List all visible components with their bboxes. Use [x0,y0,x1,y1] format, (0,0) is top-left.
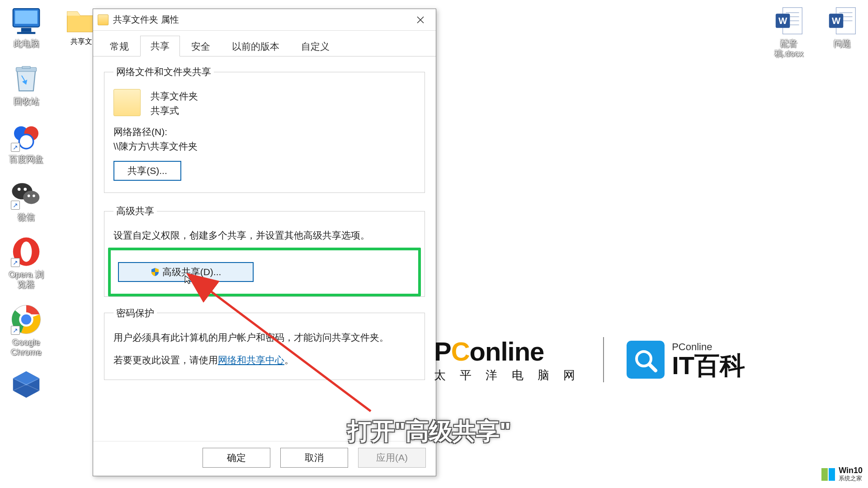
desktop-label-word-doc-2: 问题 [834,39,851,49]
pconline-subtitle: 太 平 洋 电 脑 网 [434,367,580,383]
itbk-text: IT百科 [672,353,745,378]
brand-separator [603,337,604,382]
win10-subtext: 系统之家 [839,474,863,483]
desktop-label-this-pc: 此电脑 [14,39,39,49]
shortcut-arrow-icon: ↗ [11,201,20,210]
dialog-titlebar[interactable]: 共享文件夹 属性 [93,9,436,31]
desktop-icon-baidu-netdisk[interactable]: ↗ 百度网盘 [6,120,47,164]
tab-sharing-label: 共享 [151,41,170,51]
desktop-label-baidu-netdisk: 百度网盘 [9,155,43,164]
section-password-legend: 密码保护 [113,307,157,319]
svg-line-40 [649,364,656,371]
desktop-icon-opera[interactable]: ↗ Opera 浏览器 [6,235,47,290]
folder-thumb-icon [113,89,141,116]
tab-sharing[interactable]: 共享 [140,36,180,56]
folder-shared-status: 共享式 [151,103,198,118]
desktop-icons-right: W 配音稿.docx W 问题 [769,5,863,59]
desktop-label-recycle-bin: 回收站 [14,97,39,107]
desktop-label-wechat: 微信 [18,212,35,222]
advanced-sharing-button-label: 高级共享(D)... [162,266,222,278]
app-icon [10,368,42,401]
ok-button-label: 确定 [227,451,246,464]
win10-logo-icon [821,468,835,481]
svg-point-10 [18,188,21,191]
properties-dialog: 共享文件夹 属性 常规 共享 安全 以前的版本 自定义 网络文件和文件夹共享 共… [93,9,436,476]
tab-customize-label: 自定义 [301,41,330,52]
network-path-label: 网络路径(N): [113,126,415,138]
svg-point-13 [33,194,35,197]
uac-shield-icon [151,267,160,277]
dialog-content: 网络文件和文件夹共享 共享文件夹 共享式 网络路径(N): \\陳方方\共享文件… [93,56,436,441]
svg-rect-3 [17,32,36,34]
section-network-sharing: 网络文件和文件夹共享 共享文件夹 共享式 网络路径(N): \\陳方方\共享文件… [104,66,425,193]
desktop-icons-left: 此电脑 回收站 ↗ 百度网盘 ↗ 微信 ↗ Opera 浏览器 ↗ Google [4,5,49,403]
section-advanced-legend: 高级共享 [113,205,157,217]
this-pc-icon [10,5,42,37]
tab-security[interactable]: 安全 [181,36,221,56]
svg-point-17 [20,314,33,326]
section-password-protection: 密码保护 用户必须具有此计算机的用户帐户和密码，才能访问共享文件夹。 若要更改此… [104,307,425,380]
apply-button-label: 应用(A) [376,451,408,464]
desktop-icon-unknown-blue[interactable] [6,368,47,403]
svg-text:W: W [778,16,788,26]
svg-point-11 [24,188,27,191]
section-network-legend: 网络文件和文件夹共享 [113,66,214,78]
win10-text: Win10 [839,466,863,474]
advanced-desc: 设置自定义权限，创建多个共享，并设置其他高级共享选项。 [113,228,415,243]
word-doc-icon: W [826,5,859,37]
desktop-label-chrome: Google Chrome [6,338,47,357]
itbk-small-text: PConline [672,341,745,353]
highlight-box: 高级共享(D)... [108,248,421,296]
itbk-logo-icon [627,341,665,379]
desktop-icon-this-pc[interactable]: 此电脑 [6,5,47,49]
desktop-icon-wechat[interactable]: ↗ 微信 [6,178,47,222]
shortcut-arrow-icon: ↗ [11,258,20,267]
desktop-icon-recycle-bin[interactable]: 回收站 [6,62,47,107]
password-line2-suffix: 。 [284,355,294,365]
password-line2: 若要更改此设置，请使用网络和共享中心。 [113,353,415,368]
folder-name: 共享文件夹 [151,89,198,103]
tab-general-label: 常规 [110,41,129,52]
desktop-icon-chrome[interactable]: ↗ Google Chrome [6,303,47,357]
password-line2-prefix: 若要更改此设置，请使用 [113,355,218,365]
desktop-icon-word-doc-1[interactable]: W 配音稿.docx [769,5,809,59]
svg-point-7 [19,134,33,149]
desktop-label-opera: Opera 浏览器 [6,270,47,290]
svg-point-9 [23,191,39,204]
shortcut-arrow-icon: ↗ [11,143,20,152]
share-button[interactable]: 共享(S)... [113,161,181,181]
section-advanced-sharing: 高级共享 设置自定义权限，创建多个共享，并设置其他高级共享选项。 高级共享(D)… [104,205,425,297]
desktop-label-word-doc-1: 配音稿.docx [769,39,809,59]
svg-rect-2 [21,28,32,32]
tab-previous-versions[interactable]: 以前的版本 [222,36,290,56]
tab-security-label: 安全 [191,41,210,52]
svg-point-15 [21,242,32,262]
svg-point-39 [637,352,651,366]
network-path-value: \\陳方方\共享文件夹 [113,140,415,153]
dialog-footer: 确定 取消 应用(A) [93,441,436,476]
close-button[interactable] [410,11,431,29]
close-icon [416,16,425,24]
dialog-tabs: 常规 共享 安全 以前的版本 自定义 [93,31,436,56]
word-doc-icon: W [773,5,805,37]
advanced-sharing-button[interactable]: 高级共享(D)... [118,262,254,282]
desktop-icon-word-doc-2[interactable]: W 问题 [822,5,863,59]
recycle-bin-icon [10,62,42,95]
cancel-button-label: 取消 [305,451,324,464]
tab-general[interactable]: 常规 [99,36,139,56]
cancel-button[interactable]: 取消 [280,448,348,468]
win10-watermark: Win10 系统之家 [821,466,863,483]
desktop-label-shared-folder: 共享文 [71,37,92,47]
apply-button[interactable]: 应用(A) [358,448,426,468]
dialog-title: 共享文件夹 属性 [113,14,410,26]
svg-rect-1 [15,11,38,24]
shortcut-arrow-icon: ↗ [11,326,20,335]
ok-button[interactable]: 确定 [203,448,270,468]
tab-previous-versions-label: 以前的版本 [232,41,279,52]
network-sharing-center-link[interactable]: 网络和共享中心 [218,355,284,365]
folder-icon [98,14,108,25]
password-line1: 用户必须具有此计算机的用户帐户和密码，才能访问共享文件夹。 [113,330,415,345]
tab-customize[interactable]: 自定义 [291,36,340,56]
brand-watermark: PConline 太 平 洋 电 脑 网 PConline IT百科 [434,336,745,383]
share-button-label: 共享(S)... [127,164,167,177]
